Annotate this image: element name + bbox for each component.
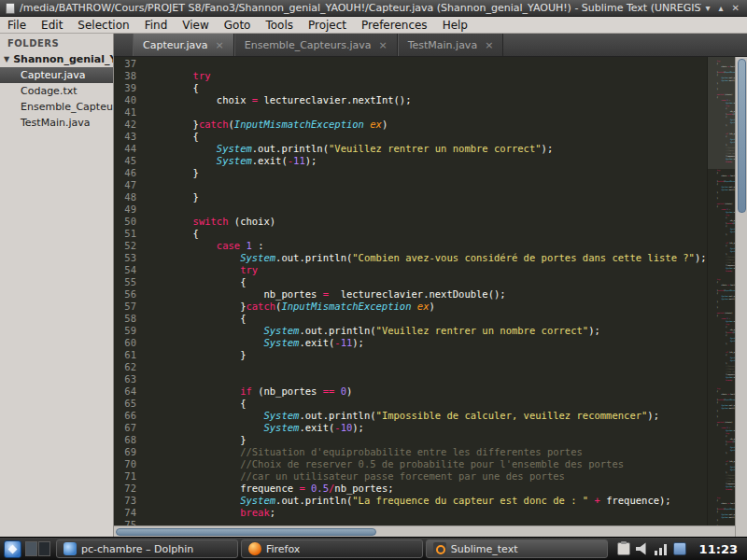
- code-text: //Choix de reserver 0.5 de probabilite p…: [146, 458, 624, 470]
- code-line: 46 }: [114, 167, 707, 179]
- line-number: 45: [114, 155, 146, 167]
- minimize-button[interactable]: ▾: [706, 3, 711, 14]
- menu-item-find[interactable]: Find: [137, 17, 176, 33]
- line-number: 48: [114, 191, 146, 203]
- task-label: Sublime_text: [451, 543, 518, 555]
- sidebar-item-Ensemble_Capteurs[interactable]: Ensemble_Capteurs: [0, 99, 113, 115]
- folder-expand-icon[interactable]: ▼: [4, 55, 9, 63]
- tab-close-icon[interactable]: ×: [485, 39, 493, 51]
- menu-item-file[interactable]: File: [0, 17, 34, 33]
- menu-item-view[interactable]: View: [175, 17, 216, 33]
- tab-label: Ensemble_Capteurs.java: [245, 39, 372, 51]
- code-text: System.exit(-11);: [146, 155, 317, 167]
- code-text: //car un utilisateur passe forcement par…: [146, 470, 565, 483]
- line-number: 52: [114, 240, 146, 252]
- code-text: try: [146, 264, 258, 276]
- line-number: 41: [114, 106, 146, 119]
- code-area[interactable]: 3738 try39 {40 choix = lectureclavier.ne…: [114, 57, 707, 537]
- folders-header: FOLDERS: [0, 34, 113, 51]
- menu-item-edit[interactable]: Edit: [34, 17, 70, 33]
- line-number: 44: [114, 143, 146, 155]
- code-text: //Situation d'equiprobabilite entre les …: [146, 446, 583, 458]
- code-line: 68 }: [114, 434, 707, 446]
- folder-label: Shannon_genial_YAOUH: [13, 53, 114, 65]
- code-line: 47: [114, 179, 707, 191]
- line-number: 69: [114, 446, 146, 458]
- vertical-scrollbar[interactable]: [735, 57, 747, 537]
- code-line: 73 System.out.println("La frequence du c…: [114, 495, 707, 507]
- editor-area: 3738 try39 {40 choix = lectureclavier.ne…: [114, 57, 747, 537]
- line-number: 54: [114, 264, 146, 276]
- taskbar-task-dolphin[interactable]: pc-chambre – Dolphin: [56, 539, 238, 558]
- line-number: 64: [114, 385, 146, 398]
- tab-Capteur.java[interactable]: Capteur.java×: [133, 34, 234, 56]
- menu-item-help[interactable]: Help: [435, 17, 475, 33]
- pager-desktop-1[interactable]: [25, 541, 37, 556]
- desktop-pager[interactable]: [25, 541, 50, 556]
- code-line: 56 nb_portes = lectureclavier.nextDouble…: [114, 288, 707, 301]
- pager-desktop-2[interactable]: [38, 541, 50, 556]
- code-text: {: [146, 228, 199, 240]
- horizontal-scrollbar[interactable]: [114, 525, 735, 537]
- sidebar-item-Capteur.java[interactable]: Capteur.java: [0, 67, 113, 83]
- line-number: 56: [114, 288, 146, 301]
- tab-bar: Capteur.java×Ensemble_Capteurs.java×Test…: [114, 34, 747, 57]
- code-line: 69 //Situation d'equiprobabilite entre l…: [114, 446, 707, 458]
- menu-item-preferences[interactable]: Preferences: [354, 17, 435, 33]
- tab-TestMain.java[interactable]: TestMain.java×: [398, 34, 504, 56]
- minimap-viewport[interactable]: [708, 57, 735, 169]
- sidebar-item-Codage.txt[interactable]: Codage.txt: [0, 83, 113, 99]
- code-line: 45 System.exit(-11);: [114, 155, 707, 167]
- app-launcher-icon[interactable]: [4, 540, 21, 558]
- code-line: 62: [114, 361, 707, 373]
- tab-close-icon[interactable]: ×: [216, 39, 224, 51]
- close-button[interactable]: ✕: [732, 3, 740, 14]
- line-number: 65: [114, 398, 146, 410]
- task-list: pc-chambre – DolphinFirefoxSublime_text: [54, 539, 610, 558]
- menu-bar: FileEditSelectionFindViewGotoToolsProjec…: [0, 17, 747, 34]
- code-text: {: [146, 82, 199, 94]
- menu-item-project[interactable]: Project: [301, 17, 354, 33]
- line-number: 47: [114, 179, 146, 191]
- sidebar-folder-root[interactable]: ▼ Shannon_genial_YAOUH: [0, 51, 113, 67]
- clock[interactable]: 11:23: [694, 542, 743, 556]
- line-number: 59: [114, 325, 146, 337]
- code-line: 39 {: [114, 82, 707, 94]
- title-bar[interactable]: /media/BATHROW/Cours/PROJET S8/Fano3/Sha…: [0, 0, 747, 17]
- network-icon[interactable]: [655, 542, 668, 555]
- display-icon[interactable]: [673, 542, 686, 555]
- taskbar-task-firefox[interactable]: Firefox: [241, 539, 423, 558]
- tab-Ensemble_Capteurs.java[interactable]: Ensemble_Capteurs.java×: [234, 34, 398, 56]
- line-number: 67: [114, 422, 146, 434]
- vertical-scrollbar-thumb[interactable]: [738, 59, 746, 213]
- code-line: 49: [114, 203, 707, 216]
- tab-label: TestMain.java: [408, 39, 477, 51]
- task-label: Firefox: [266, 543, 300, 555]
- line-number: 43: [114, 131, 146, 143]
- horizontal-scrollbar-thumb[interactable]: [116, 528, 376, 536]
- menu-item-tools[interactable]: Tools: [258, 17, 301, 33]
- minimap[interactable]: try { choix = lectureclavier.nextInt(); …: [707, 57, 735, 537]
- code-line: 71 //car un utilisateur passe forcement …: [114, 470, 707, 483]
- menu-item-goto[interactable]: Goto: [217, 17, 259, 33]
- line-number: 49: [114, 203, 146, 216]
- line-number: 51: [114, 228, 146, 240]
- tab-close-icon[interactable]: ×: [378, 39, 387, 51]
- code-line: 54 try: [114, 264, 707, 276]
- sidebar-item-TestMain.java[interactable]: TestMain.java: [0, 115, 113, 131]
- line-number: 38: [114, 70, 146, 82]
- code-text: }catch(InputMismatchException ex): [146, 301, 435, 313]
- sidebar: FOLDERS ▼ Shannon_genial_YAOUH Capteur.j…: [0, 34, 114, 537]
- menu-item-selection[interactable]: Selection: [70, 17, 136, 33]
- line-number: 60: [114, 337, 146, 349]
- code-line: 60 System.exit(-11);: [114, 337, 707, 349]
- line-number: 39: [114, 82, 146, 94]
- maximize-button[interactable]: ▴: [719, 3, 724, 14]
- code-text: System.out.println("Impossible de calcul…: [146, 410, 659, 422]
- clipboard-icon[interactable]: [617, 542, 630, 555]
- window-title: /media/BATHROW/Cours/PROJET S8/Fano3/Sha…: [20, 2, 701, 14]
- volume-icon[interactable]: [636, 542, 649, 555]
- line-number: 40: [114, 94, 146, 106]
- taskbar-task-sublime[interactable]: Sublime_text: [426, 539, 608, 558]
- firefox-icon: [248, 542, 261, 555]
